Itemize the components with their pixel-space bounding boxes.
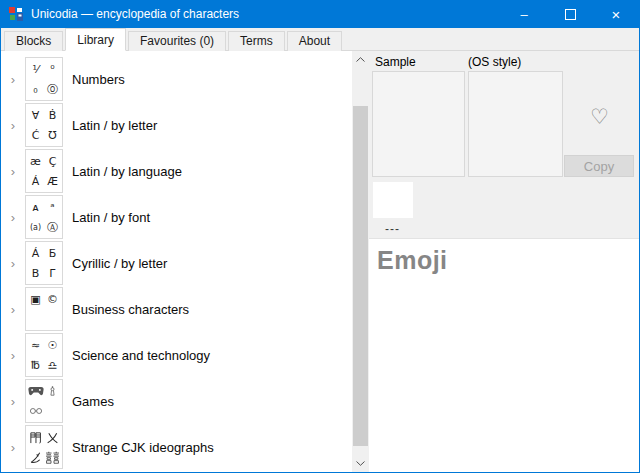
tree-item-numbers[interactable]: ›⅟⁰₀⓪Numbers (1, 56, 352, 102)
chevron-right-icon[interactable]: › (1, 257, 25, 270)
tree-item-latin-by-language[interactable]: ›æÇÁÆLatin / by language (1, 148, 352, 194)
sample-glyph: ⅟ (28, 59, 44, 79)
tree-item-strange-cjk-ideographs[interactable]: ›Strange CJK ideographs (1, 424, 352, 470)
chevron-right-icon[interactable]: › (1, 73, 25, 86)
sample-glyph: Б (45, 243, 61, 263)
tab-bar: BlocksLibraryFavourites (0)TermsAbout (1, 28, 639, 51)
details-pane: Sample (OS style) ♡ Copy --- Emoji (369, 51, 639, 472)
category-icon-games (25, 379, 63, 423)
sample-glyph: Á (28, 243, 44, 263)
tree-item-label: Cyrillic / by letter (72, 256, 167, 271)
sample-glyph: Ć (28, 125, 44, 145)
tree-item-label: Business characters (72, 302, 189, 317)
sample-glyph: ☉ (45, 335, 61, 355)
sample-glyph: Ç (45, 151, 61, 171)
sample-glyph (28, 309, 44, 329)
chevron-right-icon[interactable]: › (1, 395, 25, 408)
chevron-right-icon[interactable]: › (1, 303, 25, 316)
os-style-label: (OS style) (468, 55, 521, 69)
tab-about[interactable]: About (287, 31, 342, 51)
titlebar: Unicodia — encyclopedia of characters – … (1, 0, 639, 28)
category-icon-latin-by-language: æÇÁÆ (25, 149, 63, 193)
tab-terms[interactable]: Terms (228, 31, 285, 51)
tree-item-label: Strange CJK ideographs (72, 440, 214, 455)
category-heading: Emoji (377, 246, 639, 275)
category-icon-business-characters: ▣© (25, 287, 63, 331)
sample-label: Sample (375, 55, 468, 69)
category-icon-latin-by-font: ᴀᵃ(a)Ⓐ (25, 195, 63, 239)
scroll-down-button[interactable] (352, 455, 369, 472)
tab-blocks[interactable]: Blocks (4, 31, 63, 51)
domino-glyph-icon (28, 401, 44, 421)
sample-glyph (45, 309, 61, 329)
sample-glyph: ▣ (28, 289, 44, 309)
sample-glyph: В (28, 263, 44, 283)
sample-glyph: ♎ (45, 355, 61, 375)
chevron-right-icon[interactable]: › (1, 349, 25, 362)
maximize-button[interactable] (547, 0, 593, 28)
pawn-glyph-icon (45, 381, 61, 401)
tree-item-business-characters[interactable]: ›▣©Business characters (1, 286, 352, 332)
chevron-right-icon[interactable]: › (1, 441, 25, 454)
close-button[interactable]: × (593, 0, 639, 28)
sample-glyph: Ⓐ (45, 217, 61, 237)
doublejoy-glyph-icon (45, 447, 61, 467)
tree-item-label: Science and technology (72, 348, 210, 363)
minimize-button[interactable]: – (501, 0, 547, 28)
color-swatch (373, 182, 413, 218)
sample-row: ♡ Copy (369, 71, 639, 177)
sample-glyph: Æ (45, 171, 61, 191)
sample-glyph: ∀ (28, 105, 44, 125)
app-logo-icon (9, 7, 24, 22)
tree-item-label: Latin / by language (72, 164, 182, 179)
gamepad-glyph-icon (28, 381, 44, 401)
hook-glyph-icon (28, 447, 44, 467)
scroll-up-button[interactable] (352, 51, 369, 68)
tab-library[interactable]: Library (65, 28, 126, 51)
tree-item-cyrillic-by-letter[interactable]: ›ÁБВГCyrillic / by letter (1, 240, 352, 286)
sample-preview-box (372, 71, 465, 177)
sample-glyph: Á (28, 171, 44, 191)
gate-glyph-icon (28, 427, 44, 447)
tree-item-latin-by-letter[interactable]: ›∀ḂĆƱLatin / by letter (1, 102, 352, 148)
tree-item-latin-by-font[interactable]: ›ᴀᵃ(a)ⒶLatin / by font (1, 194, 352, 240)
sample-glyph: ℔ (28, 355, 44, 375)
category-icon-cyrillic-by-letter: ÁБВГ (25, 241, 63, 285)
sample-glyph: ⓪ (45, 79, 61, 99)
sample-glyph (45, 401, 61, 421)
tree-item-label: Games (72, 394, 114, 409)
sample-glyph: © (45, 289, 61, 309)
favourite-heart-icon[interactable]: ♡ (590, 107, 609, 128)
sample-glyph: æ (28, 151, 44, 171)
scrollbar-thumb[interactable] (353, 106, 368, 446)
tree-item-label: Numbers (72, 72, 125, 87)
tab-favourites[interactable]: Favourites (0) (128, 31, 226, 51)
library-tree: ›⅟⁰₀⓪Numbers›∀ḂĆƱLatin / by letter›æÇÁÆL… (1, 51, 352, 472)
tree-item-games[interactable]: ›Games (1, 378, 352, 424)
sample-glyph: ᵃ (45, 197, 61, 217)
sample-glyph: Ʊ (45, 125, 61, 145)
main-content: ›⅟⁰₀⓪Numbers›∀ḂĆƱLatin / by letter›æÇÁÆL… (1, 51, 639, 472)
maximize-icon (565, 9, 576, 20)
copy-button[interactable]: Copy (564, 155, 634, 177)
sample-glyph: Ḃ (45, 105, 61, 125)
category-icon-latin-by-letter: ∀ḂĆƱ (25, 103, 63, 147)
category-icon-science-and-technology: ≈☉℔♎ (25, 333, 63, 377)
sample-side-column: ♡ Copy (563, 71, 636, 177)
sample-labels-row: Sample (OS style) (369, 51, 639, 71)
tree-item-label: Latin / by letter (72, 118, 157, 133)
sample-glyph: ≈ (28, 335, 44, 355)
chevron-right-icon[interactable]: › (1, 211, 25, 224)
category-info-area: Emoji (369, 238, 639, 472)
tree-item-label: Latin / by font (72, 210, 150, 225)
tree-scrollbar[interactable] (352, 51, 369, 472)
tree-item-science-and-technology[interactable]: ›≈☉℔♎Science and technology (1, 332, 352, 378)
sample-glyph: ₀ (28, 79, 44, 99)
chevron-right-icon[interactable]: › (1, 119, 25, 132)
app-window: Unicodia — encyclopedia of characters – … (0, 0, 640, 473)
window-title: Unicodia — encyclopedia of characters (31, 7, 501, 21)
xcross-glyph-icon (45, 427, 61, 447)
sample-glyph: (a) (28, 217, 44, 237)
os-style-preview-box (468, 71, 563, 177)
chevron-right-icon[interactable]: › (1, 165, 25, 178)
